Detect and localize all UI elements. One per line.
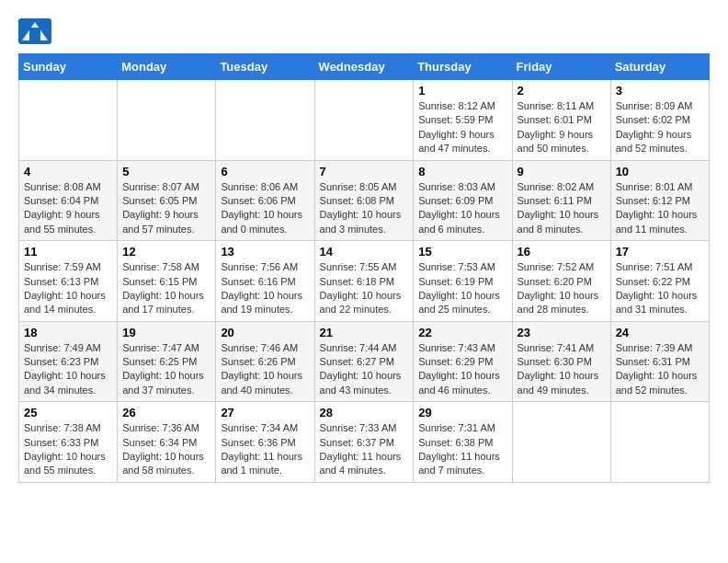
calendar-cell: 25Sunrise: 7:38 AM Sunset: 6:33 PM Dayli… [19, 402, 118, 483]
day-info: Sunrise: 7:34 AM Sunset: 6:36 PM Dayligh… [221, 421, 309, 478]
calendar-cell: 29Sunrise: 7:31 AM Sunset: 6:38 PM Dayli… [414, 402, 512, 483]
header-sunday: Sunday [19, 54, 118, 80]
day-info: Sunrise: 7:44 AM Sunset: 6:27 PM Dayligh… [320, 341, 409, 398]
calendar-cell: 19Sunrise: 7:47 AM Sunset: 6:25 PM Dayli… [118, 321, 216, 402]
day-info: Sunrise: 7:56 AM Sunset: 6:16 PM Dayligh… [221, 260, 309, 317]
day-info: Sunrise: 7:39 AM Sunset: 6:31 PM Dayligh… [616, 341, 704, 398]
calendar-cell: 15Sunrise: 7:53 AM Sunset: 6:19 PM Dayli… [414, 241, 512, 322]
calendar-cell: 4Sunrise: 8:08 AM Sunset: 6:04 PM Daylig… [19, 160, 118, 241]
calendar-cell: 5Sunrise: 8:07 AM Sunset: 6:05 PM Daylig… [118, 160, 216, 241]
day-info: Sunrise: 7:38 AM Sunset: 6:33 PM Dayligh… [24, 421, 112, 478]
day-number: 1 [418, 84, 506, 98]
day-info: Sunrise: 8:05 AM Sunset: 6:08 PM Dayligh… [320, 180, 409, 237]
day-info: Sunrise: 7:31 AM Sunset: 6:38 PM Dayligh… [418, 421, 506, 478]
day-info: Sunrise: 8:07 AM Sunset: 6:05 PM Dayligh… [122, 180, 210, 237]
day-number: 21 [320, 326, 409, 339]
day-number: 2 [518, 84, 606, 98]
calendar-cell [118, 80, 216, 161]
calendar-cell: 13Sunrise: 7:56 AM Sunset: 6:16 PM Dayli… [216, 241, 314, 322]
calendar-cell: 17Sunrise: 7:51 AM Sunset: 6:22 PM Dayli… [610, 241, 709, 322]
calendar-cell [512, 402, 610, 483]
calendar-cell: 18Sunrise: 7:49 AM Sunset: 6:23 PM Dayli… [19, 321, 118, 402]
day-number: 10 [616, 165, 704, 178]
day-number: 7 [320, 165, 409, 178]
logo [18, 18, 55, 44]
day-info: Sunrise: 7:49 AM Sunset: 6:23 PM Dayligh… [24, 341, 112, 398]
header-wednesday: Wednesday [314, 54, 414, 80]
day-number: 9 [518, 165, 606, 178]
header-thursday: Thursday [414, 54, 512, 80]
day-info: Sunrise: 8:11 AM Sunset: 6:01 PM Dayligh… [518, 99, 606, 156]
day-info: Sunrise: 7:58 AM Sunset: 6:15 PM Dayligh… [122, 260, 210, 317]
calendar-cell: 8Sunrise: 8:03 AM Sunset: 6:09 PM Daylig… [414, 160, 512, 241]
calendar-cell: 12Sunrise: 7:58 AM Sunset: 6:15 PM Dayli… [118, 241, 216, 322]
calendar: SundayMondayTuesdayWednesdayThursdayFrid… [18, 53, 710, 483]
calendar-cell: 24Sunrise: 7:39 AM Sunset: 6:31 PM Dayli… [610, 321, 709, 402]
day-number: 25 [24, 406, 112, 419]
calendar-cell: 7Sunrise: 8:05 AM Sunset: 6:08 PM Daylig… [314, 160, 414, 241]
calendar-cell: 6Sunrise: 8:06 AM Sunset: 6:06 PM Daylig… [216, 160, 314, 241]
calendar-cell: 23Sunrise: 7:41 AM Sunset: 6:30 PM Dayli… [512, 321, 610, 402]
day-info: Sunrise: 8:06 AM Sunset: 6:06 PM Dayligh… [221, 180, 309, 237]
day-number: 3 [616, 84, 704, 98]
day-number: 26 [122, 406, 210, 419]
day-info: Sunrise: 8:09 AM Sunset: 6:02 PM Dayligh… [616, 99, 704, 156]
calendar-cell: 20Sunrise: 7:46 AM Sunset: 6:26 PM Dayli… [216, 321, 314, 402]
day-number: 6 [221, 165, 309, 178]
day-number: 17 [616, 245, 704, 259]
calendar-week-row: 25Sunrise: 7:38 AM Sunset: 6:33 PM Dayli… [19, 402, 710, 483]
day-number: 19 [122, 326, 210, 339]
day-info: Sunrise: 7:52 AM Sunset: 6:20 PM Dayligh… [518, 260, 606, 317]
calendar-week-row: 18Sunrise: 7:49 AM Sunset: 6:23 PM Dayli… [19, 321, 710, 402]
calendar-cell: 28Sunrise: 7:33 AM Sunset: 6:37 PM Dayli… [314, 402, 414, 483]
day-number: 18 [24, 326, 112, 339]
calendar-cell: 2Sunrise: 8:11 AM Sunset: 6:01 PM Daylig… [512, 80, 610, 161]
day-number: 11 [24, 245, 112, 259]
day-info: Sunrise: 7:59 AM Sunset: 6:13 PM Dayligh… [24, 260, 112, 317]
day-number: 15 [418, 245, 506, 259]
day-info: Sunrise: 7:33 AM Sunset: 6:37 PM Dayligh… [320, 421, 409, 478]
day-number: 8 [418, 165, 506, 178]
day-number: 27 [221, 406, 309, 419]
calendar-cell [216, 80, 314, 161]
day-number: 28 [320, 406, 409, 419]
day-number: 16 [518, 245, 606, 259]
day-info: Sunrise: 8:02 AM Sunset: 6:11 PM Dayligh… [518, 180, 606, 237]
header-monday: Monday [118, 54, 216, 80]
calendar-cell: 14Sunrise: 7:55 AM Sunset: 6:18 PM Dayli… [314, 241, 414, 322]
day-number: 5 [122, 165, 210, 178]
calendar-cell: 3Sunrise: 8:09 AM Sunset: 6:02 PM Daylig… [610, 80, 709, 161]
day-number: 12 [122, 245, 210, 259]
day-number: 24 [616, 326, 704, 339]
day-info: Sunrise: 8:08 AM Sunset: 6:04 PM Dayligh… [24, 180, 112, 237]
header-friday: Friday [512, 54, 610, 80]
day-number: 14 [320, 245, 409, 259]
calendar-cell: 9Sunrise: 8:02 AM Sunset: 6:11 PM Daylig… [512, 160, 610, 241]
day-number: 13 [221, 245, 309, 259]
calendar-cell: 10Sunrise: 8:01 AM Sunset: 6:12 PM Dayli… [610, 160, 709, 241]
day-info: Sunrise: 7:41 AM Sunset: 6:30 PM Dayligh… [518, 341, 606, 398]
day-info: Sunrise: 7:51 AM Sunset: 6:22 PM Dayligh… [616, 260, 704, 317]
day-info: Sunrise: 8:12 AM Sunset: 5:59 PM Dayligh… [418, 99, 506, 156]
calendar-week-row: 11Sunrise: 7:59 AM Sunset: 6:13 PM Dayli… [19, 241, 710, 322]
calendar-cell [19, 80, 118, 161]
calendar-week-row: 1Sunrise: 8:12 AM Sunset: 5:59 PM Daylig… [19, 80, 710, 161]
calendar-week-row: 4Sunrise: 8:08 AM Sunset: 6:04 PM Daylig… [19, 160, 710, 241]
calendar-cell: 27Sunrise: 7:34 AM Sunset: 6:36 PM Dayli… [216, 402, 314, 483]
calendar-cell: 11Sunrise: 7:59 AM Sunset: 6:13 PM Dayli… [19, 241, 118, 322]
header [18, 18, 710, 44]
day-info: Sunrise: 7:36 AM Sunset: 6:34 PM Dayligh… [122, 421, 210, 478]
day-number: 23 [518, 326, 606, 339]
day-info: Sunrise: 7:47 AM Sunset: 6:25 PM Dayligh… [122, 341, 210, 398]
calendar-cell: 22Sunrise: 7:43 AM Sunset: 6:29 PM Dayli… [414, 321, 512, 402]
header-saturday: Saturday [610, 54, 709, 80]
day-info: Sunrise: 7:43 AM Sunset: 6:29 PM Dayligh… [418, 341, 506, 398]
calendar-cell: 21Sunrise: 7:44 AM Sunset: 6:27 PM Dayli… [314, 321, 414, 402]
svg-rect-2 [29, 28, 40, 40]
calendar-cell [610, 402, 709, 483]
calendar-cell: 16Sunrise: 7:52 AM Sunset: 6:20 PM Dayli… [512, 241, 610, 322]
day-info: Sunrise: 7:46 AM Sunset: 6:26 PM Dayligh… [221, 341, 309, 398]
calendar-cell: 1Sunrise: 8:12 AM Sunset: 5:59 PM Daylig… [414, 80, 512, 161]
day-info: Sunrise: 7:55 AM Sunset: 6:18 PM Dayligh… [320, 260, 409, 317]
day-number: 4 [24, 165, 112, 178]
